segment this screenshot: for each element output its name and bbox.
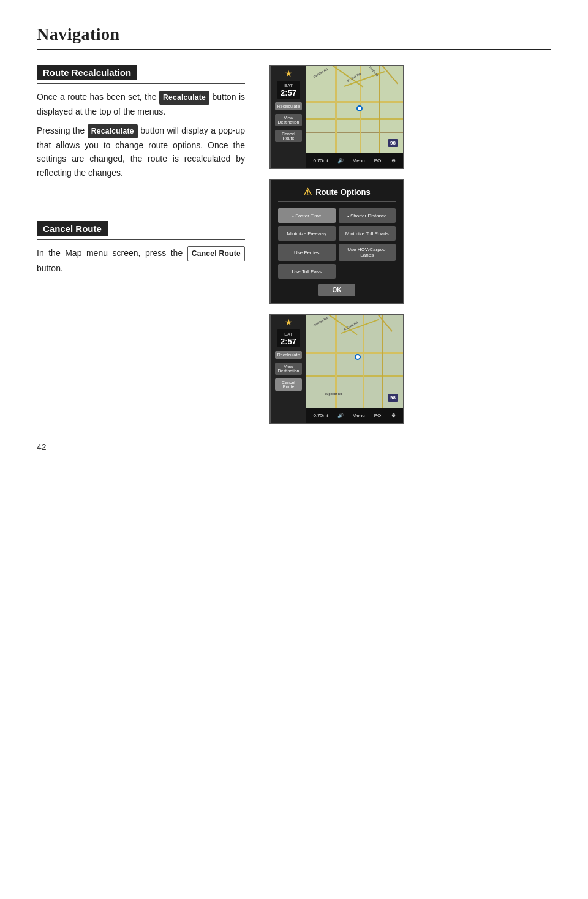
- map2-cancel-route-btn: CancelRoute: [275, 378, 302, 391]
- map2-area: Geddes Rd E Clark Rd 98 Superior Rd: [306, 315, 403, 408]
- map1-area: Geddes Rd E Clark Rd Ypsilanti 98: [306, 66, 403, 153]
- map2-sidebar: ★ EAT 2:57 Recalculate ViewDestination C…: [271, 315, 306, 423]
- map2-menu-label: Menu: [353, 413, 365, 418]
- map2-poi-label: POI: [374, 413, 383, 418]
- route-options-title: Route Options: [315, 187, 371, 197]
- recalculate-btn-inline1: Recalculate: [159, 91, 209, 105]
- map1-view-destination-btn: ViewDestination: [275, 114, 302, 126]
- screenshots-column: ★ EAT 2:57 Recalculate ViewDestination C…: [270, 65, 551, 424]
- map-screenshot-2: ★ EAT 2:57 Recalculate ViewDestination C…: [270, 314, 404, 424]
- option-minimize-toll-label: Minimize Toll Roads: [345, 231, 389, 236]
- map1-distance: 0.75mi: [314, 158, 328, 164]
- option-faster-time-label: • Faster Time: [292, 213, 321, 219]
- option-minimize-freeway-label: Minimize Freeway: [287, 231, 326, 236]
- route-options-title-bar: ⚠ Route Options: [278, 186, 396, 202]
- map1-recalculate-btn: Recalculate: [275, 102, 302, 110]
- map1-star-icon: ★: [285, 69, 293, 78]
- map2-location-dot: [355, 354, 361, 360]
- option-minimize-toll[interactable]: Minimize Toll Roads: [339, 226, 396, 241]
- map1-poi-label: POI: [374, 158, 383, 164]
- page-number: 42: [37, 442, 551, 452]
- section1-header-bar: Route Recalculation: [37, 65, 245, 81]
- map2-star-icon: ★: [285, 317, 293, 327]
- map2-time-badge: EAT 2:57: [277, 329, 300, 347]
- map1-menu-label: Menu: [353, 158, 365, 164]
- title-divider: [37, 49, 551, 50]
- section1-para2: Pressing the Recalculate button will dis…: [37, 124, 245, 179]
- option-use-toll-pass[interactable]: Use Toll Pass: [278, 264, 336, 279]
- map2-settings-icon: ⚙: [391, 413, 396, 418]
- map2-distance: 0.75mi: [314, 413, 328, 418]
- map1-time-badge: EAT 2:57: [277, 81, 300, 99]
- option-use-toll-pass-label: Use Toll Pass: [292, 269, 322, 274]
- map2-road-label1: Geddes Rd: [312, 316, 328, 327]
- map2-view-destination-btn: ViewDestination: [275, 363, 302, 375]
- section1-heading: Route Recalculation: [37, 65, 137, 80]
- cancel-route-btn-inline: Cancel Route: [187, 246, 245, 261]
- route-options-grid: • Faster Time • Shorter Distance Minimiz…: [278, 208, 396, 279]
- option-shorter-distance-label: • Shorter Distance: [347, 213, 387, 219]
- option-minimize-freeway[interactable]: Minimize Freeway: [278, 226, 336, 241]
- section1-rule: [37, 83, 245, 84]
- warning-triangle-icon: ⚠: [303, 186, 312, 198]
- map-screenshot-1: ★ EAT 2:57 Recalculate ViewDestination C…: [270, 65, 404, 169]
- option-use-hov-label: Use HOV/Carpool Lanes: [341, 247, 394, 258]
- section2-header-bar: Cancel Route: [37, 221, 245, 238]
- section2-rule: [37, 239, 245, 240]
- route-options-ok-btn[interactable]: OK: [318, 284, 355, 296]
- map1-settings-icon: ⚙: [391, 158, 396, 164]
- section2-para1: In the Map menu screen, press the Cancel…: [37, 246, 245, 276]
- option-use-hov[interactable]: Use HOV/Carpool Lanes: [339, 244, 396, 261]
- map1-road-label1: Geddes Rd: [312, 67, 328, 78]
- option-use-ferries-label: Use Ferries: [294, 250, 319, 255]
- page-title: Navigation: [37, 24, 551, 44]
- option-use-ferries[interactable]: Use Ferries: [278, 244, 336, 261]
- route-options-bottom: OK: [278, 284, 396, 296]
- map1-location-dot: [356, 105, 363, 111]
- map2-road-label3: Superior Rd: [325, 392, 342, 396]
- section1-para1: Once a route has been set, the Recalcula…: [37, 90, 245, 119]
- map1-bottom-bar: 0.75mi 🔊 Menu POI ⚙: [306, 153, 403, 168]
- map1-sidebar: ★ EAT 2:57 Recalculate ViewDestination C…: [271, 66, 306, 168]
- map2-highway-badge: 98: [388, 394, 398, 402]
- section2-heading: Cancel Route: [37, 221, 108, 236]
- recalculate-btn-inline2: Recalculate: [88, 124, 138, 138]
- map1-cancel-route-btn: CancelRoute: [275, 130, 302, 142]
- map2-audio-icon: 🔊: [337, 413, 344, 418]
- main-content: Route Recalculation Once a route has bee…: [37, 65, 551, 424]
- map2-bottom-bar: 0.75mi 🔊 Menu POI ⚙: [306, 408, 403, 423]
- map1-audio-icon: 🔊: [337, 158, 344, 164]
- option-shorter-distance[interactable]: • Shorter Distance: [339, 208, 396, 223]
- map2-recalculate-btn: Recalculate: [275, 351, 302, 359]
- route-options-dialog: ⚠ Route Options • Faster Time • Shorter …: [270, 179, 404, 304]
- text-column: Route Recalculation Once a route has bee…: [37, 65, 245, 424]
- map1-highway-badge: 98: [388, 139, 398, 147]
- option-faster-time[interactable]: • Faster Time: [278, 208, 336, 223]
